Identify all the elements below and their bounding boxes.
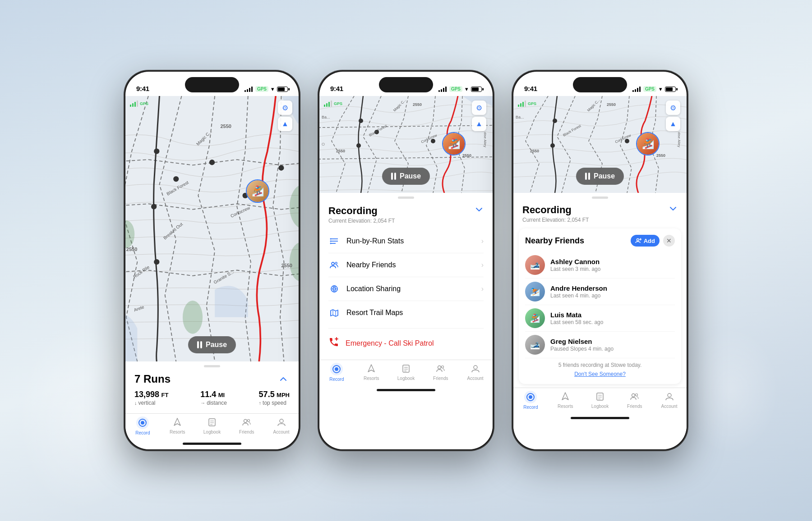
- tab-account-1[interactable]: Account: [264, 416, 299, 435]
- tab-account-2[interactable]: Account: [458, 363, 493, 382]
- gps-text-3: GPS: [528, 101, 536, 106]
- location-sharing-icon: [328, 283, 340, 295]
- gps-indicator-3: GPS: [518, 101, 536, 107]
- svg-point-53: [330, 243, 332, 244]
- compass-button-2[interactable]: ▲: [472, 117, 486, 131]
- pause-text-2: Pause: [400, 172, 421, 180]
- tab-record-3[interactable]: Record: [513, 391, 548, 410]
- run-stats-label: Run-by-Run Stats: [346, 237, 404, 245]
- distance-label: → distance: [200, 400, 227, 406]
- battery-fill-3: [666, 87, 673, 91]
- friend-status-greg: Paused Slopes 4 min. ago: [550, 346, 675, 352]
- emergency-button[interactable]: Emergency - Call Ski Patrol: [328, 330, 484, 356]
- topo-map-1: Magic C... Black Forest Corkscrew Break-…: [125, 96, 299, 361]
- dynamic-island-3: [573, 77, 627, 92]
- tab-resorts-2[interactable]: Resorts: [354, 363, 389, 382]
- svg-text:2550: 2550: [607, 102, 616, 107]
- add-friend-label: Add: [644, 238, 655, 244]
- svg-point-5: [209, 160, 215, 165]
- svg-point-69: [438, 366, 441, 369]
- user-avatar-2: 🏂: [443, 133, 465, 155]
- svg-point-51: [330, 238, 332, 240]
- recording-title-2: Recording: [328, 205, 378, 217]
- tab-friends-2[interactable]: Friends: [423, 363, 458, 382]
- svg-point-71: [474, 366, 477, 369]
- map-area-1[interactable]: Magic C... Black Forest Corkscrew Break-…: [125, 96, 299, 361]
- trail-maps-label: Resort Trail Maps: [346, 309, 403, 317]
- vertical-unit: FT: [161, 392, 169, 398]
- gps-signal-bars-2: [324, 101, 332, 107]
- recording-panel-2: Recording Current Elevation: 2,054 FT Ru…: [319, 199, 493, 324]
- gps-badge-3: GPS: [643, 86, 656, 92]
- location-sharing-label: Location Sharing: [346, 285, 401, 293]
- add-friend-button[interactable]: Add: [631, 235, 660, 247]
- tab-account-icon-2: [470, 363, 481, 375]
- tab-logbook-icon-2: [400, 363, 412, 375]
- gps-indicator-2: GPS: [324, 101, 342, 107]
- collapse-chevron[interactable]: [277, 373, 290, 385]
- battery-1: [277, 87, 288, 92]
- tab-friends-3[interactable]: Friends: [617, 391, 652, 410]
- tab-record-icon-2: [330, 363, 343, 375]
- stats-row: 13,998 FT ↓ vertical 11.4 MI: [134, 390, 290, 406]
- pause-button-3[interactable]: Pause: [576, 168, 624, 185]
- friend-item-ashley[interactable]: 🎿 Ashley Cannon Last seen 3 min. ago: [525, 252, 675, 279]
- nearby-friends-title: Nearby Friends: [525, 236, 584, 246]
- friend-item-greg[interactable]: 🎿 Greg Nielsen Paused Slopes 4 min. ago: [525, 332, 675, 358]
- tab-record-1[interactable]: Record: [125, 416, 160, 435]
- tab-record-label-2: Record: [329, 377, 344, 382]
- phone-1: 9:41 GPS ▾: [124, 70, 300, 451]
- menu-item-trail-maps[interactable]: Resort Trail Maps: [328, 301, 484, 324]
- menu-item-nearby-friends[interactable]: Nearby Friends ›: [328, 253, 484, 277]
- stat-distance: 11.4 MI → distance: [200, 390, 227, 406]
- tab-account-3[interactable]: Account: [652, 391, 687, 410]
- tab-record-icon-3: [524, 391, 537, 403]
- menu-item-location-sharing[interactable]: Location Sharing ›: [328, 277, 484, 301]
- filter-button-3[interactable]: ⚙: [666, 101, 680, 115]
- pause-button-2[interactable]: Pause: [382, 168, 430, 185]
- filter-button-1[interactable]: ⚙: [278, 101, 292, 115]
- trail-maps-icon: [328, 307, 340, 319]
- friend-name-greg: Greg Nielsen: [550, 338, 675, 345]
- map-area-3[interactable]: Magic C... Black Forest Corkscrew 2550 2…: [513, 96, 687, 193]
- dynamic-island-1: [185, 77, 239, 92]
- nearby-friends-panel: Nearby Friends Add ✕ 🎿: [519, 229, 681, 384]
- svg-point-36: [356, 143, 361, 148]
- svg-text:2550: 2550: [281, 263, 292, 268]
- filter-button-2[interactable]: ⚙: [472, 101, 486, 115]
- runs-header: 7 Runs: [134, 373, 290, 385]
- friend-status-luis: Last seen 58 sec. ago: [550, 319, 675, 325]
- home-indicator-1: [183, 443, 241, 445]
- tab-record-2[interactable]: Record: [319, 363, 354, 382]
- tab-logbook-3[interactable]: Logbook: [583, 391, 618, 410]
- friend-avatar-greg: 🎿: [525, 335, 545, 355]
- tab-logbook-2[interactable]: Logbook: [389, 363, 424, 382]
- tab-account-icon-1: [276, 416, 287, 428]
- close-nearby-button[interactable]: ✕: [663, 235, 675, 247]
- tab-friends-icon-3: [629, 391, 641, 402]
- menu-item-run-stats[interactable]: Run-by-Run Stats ›: [328, 229, 484, 253]
- tab-resorts-1[interactable]: Resorts: [160, 416, 195, 435]
- emergency-section: Emergency - Call Ski Patrol: [328, 328, 484, 356]
- friend-item-andre[interactable]: ⛷️ Andre Henderson Last seen 4 min. ago: [525, 279, 675, 305]
- gps-signal-bars-3: [518, 101, 526, 107]
- signal-bars-2: [438, 87, 447, 92]
- compass-button-3[interactable]: ▲: [666, 117, 680, 131]
- recording-chevron-3[interactable]: [669, 204, 678, 215]
- stat-topspeed: 57.5 MPH ↑ top speed: [259, 390, 290, 406]
- map-area-2[interactable]: Magic C... Black Forest Corkscrew 2550 2…: [319, 96, 493, 193]
- tab-resorts-3[interactable]: Resorts: [548, 391, 583, 410]
- svg-point-54: [332, 262, 334, 265]
- friend-item-luis[interactable]: 🏂 Luis Mata Last seen 58 sec. ago: [525, 305, 675, 332]
- pause-button-1[interactable]: Pause: [188, 336, 236, 353]
- tab-logbook-1[interactable]: Logbook: [195, 416, 230, 435]
- recording-chevron-2[interactable]: [475, 205, 484, 216]
- friends-footer-link[interactable]: Don't See Someone?: [574, 371, 626, 377]
- compass-button-1[interactable]: ▲: [278, 117, 292, 131]
- tab-friends-1[interactable]: Friends: [229, 416, 264, 435]
- svg-text:dise Alley: dise Alley: [677, 132, 681, 147]
- recording-section-3: Recording Current Elevation: 2,054 FT: [513, 199, 687, 223]
- stats-section: 7 Runs 13,998 FT ↓: [125, 367, 299, 413]
- signal-bars-1: [245, 87, 253, 92]
- svg-point-88: [529, 395, 532, 399]
